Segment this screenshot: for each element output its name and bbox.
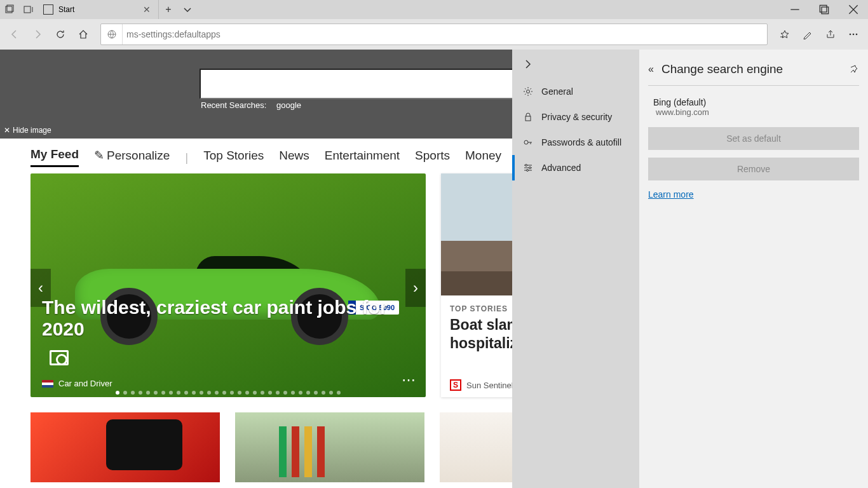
notes-button[interactable] (797, 24, 818, 45)
feature-card[interactable]: S GO 5090 ‹ › The wildest, craziest car … (31, 173, 426, 397)
hide-image-button[interactable]: ✕ Hide image (4, 126, 51, 135)
set-default-button: Set as default (648, 127, 859, 150)
settings-item-privacy[interactable]: Privacy & security (512, 104, 639, 130)
svg-rect-3 (820, 5, 827, 12)
settings-item-general[interactable]: General (512, 79, 639, 104)
thumb-card[interactable] (31, 412, 220, 482)
feature-source: Car and Driver (42, 379, 112, 388)
set-aside-icon[interactable] (19, 0, 38, 19)
url-text: ms-settings:defaultapps (123, 29, 767, 39)
window-close-button[interactable] (839, 0, 868, 19)
refresh-button[interactable] (50, 24, 71, 45)
nav-separator: | (185, 151, 188, 165)
source-icon: S (450, 379, 461, 391)
nav-forward-button[interactable] (27, 24, 48, 45)
pin-icon[interactable] (849, 64, 859, 76)
tab-money[interactable]: Money (465, 149, 501, 166)
panel-back-button[interactable]: « (648, 64, 654, 75)
site-info-icon[interactable] (101, 24, 123, 44)
feature-headline: The wildest, craziest car paint jobs for… (42, 297, 426, 340)
tab-news[interactable]: News (279, 149, 309, 166)
recent-label: Recent Searches: (201, 100, 266, 110)
svg-point-11 (524, 140, 528, 144)
window-maximize-button[interactable] (810, 0, 839, 19)
tab-personalize[interactable]: ✎Personalize (94, 148, 170, 166)
tab-favicon-icon (43, 4, 53, 15)
svg-point-7 (853, 34, 855, 36)
recent-query[interactable]: google (276, 100, 301, 110)
engine-name: Bing (default) (653, 97, 854, 107)
panel-title: Change search engine (661, 62, 841, 76)
svg-rect-10 (526, 116, 531, 121)
camera-icon (50, 350, 69, 365)
settings-item-passwords[interactable]: Passwords & autofill (512, 130, 639, 155)
settings-back-button[interactable] (512, 50, 639, 79)
share-button[interactable] (820, 24, 841, 45)
url-bar[interactable]: ms-settings:defaultapps (100, 24, 768, 45)
card-more-icon[interactable]: ⋯ (402, 372, 417, 388)
tab-title: Start (58, 5, 140, 14)
tab-close-icon[interactable]: ✕ (140, 4, 153, 15)
menu-button[interactable] (843, 24, 864, 45)
window-minimize-button[interactable] (780, 0, 810, 19)
tab-sports[interactable]: Sports (415, 149, 450, 166)
home-button[interactable] (72, 24, 94, 45)
tab-dropdown-icon[interactable] (178, 0, 197, 19)
tab-actions-icon[interactable] (0, 0, 19, 19)
lock-icon (522, 112, 534, 122)
flag-icon (42, 380, 53, 388)
engine-url: www.bing.com (656, 107, 854, 117)
browser-tab[interactable]: Start ✕ (38, 0, 159, 19)
svg-point-13 (529, 167, 531, 169)
settings-item-advanced[interactable]: Advanced (512, 155, 639, 180)
svg-point-6 (850, 34, 851, 36)
svg-point-9 (527, 90, 530, 93)
page-content: Recent Searches: google ✕ Hide image My … (0, 50, 868, 488)
titlebar: Start ✕ + (0, 0, 868, 19)
new-tab-button[interactable]: + (159, 0, 178, 19)
recent-searches: Recent Searches: google (201, 100, 301, 110)
favorites-button[interactable] (774, 24, 796, 45)
svg-point-14 (527, 170, 529, 172)
search-engine-entry[interactable]: Bing (default) www.bing.com (648, 95, 859, 119)
key-icon (522, 137, 534, 147)
learn-more-link[interactable]: Learn more (648, 189, 694, 200)
close-icon: ✕ (4, 126, 10, 135)
nav-back-button[interactable] (4, 24, 25, 45)
tab-my-feed[interactable]: My Feed (31, 147, 79, 167)
pencil-icon: ✎ (94, 149, 104, 162)
thumb-card[interactable] (235, 412, 424, 482)
tab-entertainment[interactable]: Entertainment (325, 149, 400, 166)
settings-categories-panel: General Privacy & security Passwords & a… (512, 50, 639, 488)
svg-rect-4 (822, 7, 829, 14)
tab-top-stories[interactable]: Top Stories (203, 149, 264, 166)
gear-icon (522, 86, 534, 97)
remove-button: Remove (648, 158, 859, 180)
sliders-icon (522, 163, 534, 173)
toolbar: ms-settings:defaultapps (0, 19, 868, 50)
svg-rect-2 (24, 6, 31, 13)
svg-point-12 (526, 165, 527, 166)
carousel-dots (31, 391, 426, 395)
settings-detail-panel: « Change search engine Bing (default) ww… (639, 50, 868, 488)
svg-point-8 (856, 34, 858, 36)
